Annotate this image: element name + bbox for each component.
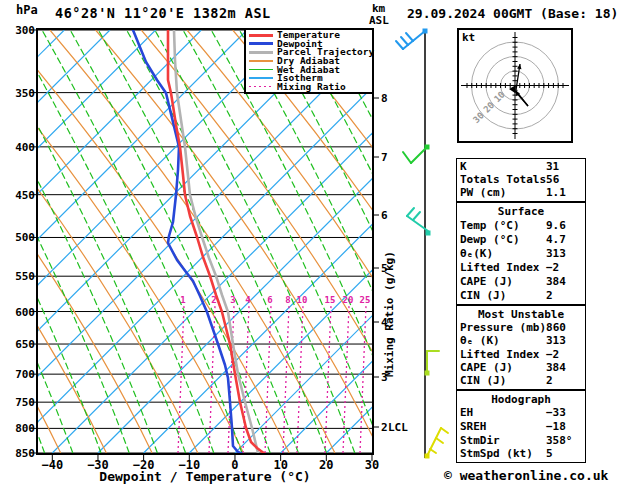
- table-row-value: −2: [546, 262, 582, 274]
- data-table-surface: SurfaceTemp (°C)9.6Dewp (°C)4.7θₑ(K)313L…: [456, 202, 586, 305]
- table-row-value: 313: [546, 335, 582, 347]
- mixing-ratio-line: [325, 306, 331, 453]
- table-row: CIN (J)2: [460, 375, 582, 387]
- pressure-axis-unit: hPa: [16, 3, 38, 17]
- table-row-value: 56: [546, 174, 582, 186]
- mixing-ratio-value-label: 1: [180, 295, 185, 305]
- table-row: StmDir358°: [460, 435, 582, 447]
- mixing-ratio-value-label: 4: [245, 295, 251, 305]
- table-row-value: 1.1: [546, 187, 582, 199]
- copyright-label: © weatheronline.co.uk: [444, 468, 608, 483]
- table-row: K31: [460, 161, 582, 173]
- table-row: Lifted Index−2: [460, 262, 582, 274]
- pressure-tick-label: 750: [15, 396, 35, 409]
- pressure-tick-label: 400: [15, 141, 35, 154]
- table-row-value: 9.6: [546, 220, 582, 232]
- mixing-ratio-line: [178, 306, 184, 453]
- table-row-label: Totals Totals: [460, 174, 546, 186]
- table-row-label: PW (cm): [460, 187, 546, 199]
- table-row: CAPE (J)384: [460, 276, 582, 288]
- mixing-ratio-value-label: 3: [230, 295, 235, 305]
- table-row-label: Dewp (°C): [460, 234, 546, 246]
- legend-label: Mixing Ratio: [277, 83, 346, 91]
- table-title: Most Unstable: [460, 308, 582, 321]
- hodograph-ring-label: 10: [492, 89, 507, 104]
- wind-barb-segment: [436, 438, 443, 443]
- dry-adiabat-line: [416, 30, 451, 453]
- wind-barb-segment: [401, 37, 408, 45]
- table-row-value: 31: [546, 161, 582, 173]
- wind-barb: [425, 428, 449, 459]
- table-row-label: θₑ(K): [460, 248, 546, 260]
- datetime-label: 29.09.2024 00GMT (Base: 18): [407, 6, 618, 21]
- pressure-tick-label: 450: [15, 189, 35, 202]
- table-row: Dewp (°C)4.7: [460, 234, 582, 246]
- wind-barb-segment: [407, 208, 414, 216]
- table-row-label: Temp (°C): [460, 220, 546, 232]
- table-row-value: −18: [546, 421, 582, 433]
- dry-adiabat-line-swatch: [249, 60, 273, 62]
- mixing-ratio-value-label: 15: [325, 295, 336, 305]
- wet-adiabat-line: [437, 30, 450, 453]
- wind-barb-segment: [403, 152, 411, 163]
- parcel-line-swatch: [249, 51, 273, 54]
- pressure-tick-label: 550: [15, 270, 35, 283]
- pressure-tick-label: 600: [15, 306, 35, 319]
- mixing-ratio-line: [283, 306, 289, 453]
- table-row-label: K: [460, 161, 546, 173]
- wind-barb-segment: [396, 41, 403, 49]
- table-row-value: 4.7: [546, 234, 582, 246]
- mixing-ratio-line-swatch: [249, 86, 273, 88]
- table-row: SREH−18: [460, 421, 582, 433]
- mixing-ratio-axis-label: Mixing Ratio (g/kg): [383, 213, 396, 377]
- mixing-ratio-value-label: 8: [285, 295, 290, 305]
- table-row-value: 313: [546, 248, 582, 260]
- table-row: Pressure (mb)860: [460, 322, 582, 334]
- wind-barb-station: [426, 231, 431, 236]
- table-row-value: 2: [546, 290, 582, 302]
- temperature-line-swatch: [249, 34, 273, 37]
- table-row: Lifted Index−2: [460, 349, 582, 361]
- hodograph-canvas: 102030: [459, 30, 571, 141]
- table-row-label: Lifted Index: [460, 262, 546, 274]
- table-row: θₑ (K)313: [460, 335, 582, 347]
- table-row-label: CAPE (J): [460, 276, 546, 288]
- table-row: EH−33: [460, 407, 582, 419]
- table-row-label: Lifted Index: [460, 349, 546, 361]
- pressure-tick-label: 500: [15, 231, 35, 244]
- wind-barb-station: [423, 29, 428, 34]
- table-row: θₑ(K)313: [460, 248, 582, 260]
- table-row-label: EH: [460, 407, 546, 419]
- lcl-label: LCL: [388, 421, 408, 434]
- table-row: Totals Totals56: [460, 174, 582, 186]
- km-tick-label: 8: [381, 92, 388, 105]
- table-row-value: −33: [546, 407, 582, 419]
- table-row: Temp (°C)9.6: [460, 220, 582, 232]
- table-row-value: 384: [546, 276, 582, 288]
- wind-barb-segment: [413, 212, 420, 220]
- table-row-value: 5: [546, 448, 582, 460]
- data-table-hodograph: HodographEH−33SREH−18StmDir358°StmSpd (k…: [456, 390, 586, 463]
- mixing-ratio-value-label: 6: [267, 295, 272, 305]
- table-row-value: −2: [546, 349, 582, 361]
- skewt-sounding-page: 3003504004505005506006507007508008501234…: [0, 0, 629, 486]
- wet-adiabat-line: [0, 30, 16, 453]
- km-tick-label: 2: [381, 421, 388, 434]
- wet-adiabat-line-swatch: [249, 69, 273, 71]
- table-row: CAPE (J)384: [460, 362, 582, 374]
- temperature-axis-label: Dewpoint / Temperature (°C): [60, 469, 350, 484]
- wet-adiabat-line: [409, 30, 450, 453]
- wind-barb-segment: [430, 449, 436, 453]
- table-row-label: Pressure (mb): [460, 322, 546, 334]
- table-row: StmSpd (kt)5: [460, 448, 582, 460]
- hodograph-panel: 102030 kt: [457, 28, 573, 143]
- table-row-label: StmDir: [460, 435, 546, 447]
- hodograph-unit-label: kt: [462, 31, 475, 44]
- table-row-label: CIN (J): [460, 375, 546, 387]
- table-row-value: 384: [546, 362, 582, 374]
- pressure-tick-label: 300: [15, 24, 35, 37]
- altitude-axis-unit-asl: ASL: [369, 14, 389, 27]
- table-title: Hodograph: [460, 393, 582, 406]
- dewpoint-line-swatch: [249, 42, 273, 45]
- table-row-label: SREH: [460, 421, 546, 433]
